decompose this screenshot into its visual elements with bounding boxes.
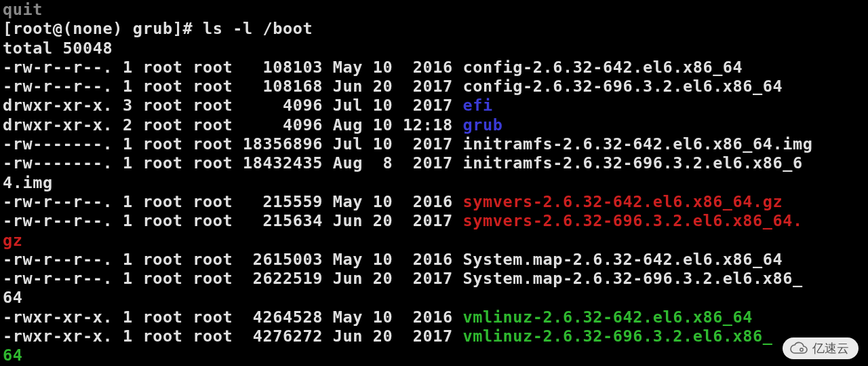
total-line: total 50048 [3, 39, 868, 58]
listing-row: drwxr-xr-x. 3 root root 4096 Jul 10 2017… [3, 96, 868, 115]
watermark-badge: 亿速云 [783, 337, 859, 359]
file-metadata: -rw-r--r--. 1 root root 2622519 Jun 20 2… [3, 269, 462, 288]
cloud-icon [789, 342, 808, 355]
file-name: vmlinuz-2.6.32-696.3.2.el6.x86_ [462, 327, 772, 346]
file-metadata: -rwxr-xr-x. 1 root root 4264528 May 10 2… [3, 308, 462, 327]
terminal-output[interactable]: quit[root@(none) grub]# ls -l /boottotal… [0, 0, 868, 366]
file-name: System.map-2.6.32-642.el6.x86_64 [462, 250, 783, 269]
file-metadata: -rwxr-xr-x. 1 root root 4276272 Jun 20 2… [3, 327, 462, 346]
file-name: config-2.6.32-696.3.2.el6.x86_64 [462, 77, 783, 96]
file-name: symvers-2.6.32-642.el6.x86_64.gz [462, 192, 783, 211]
file-metadata: -rw-------. 1 root root 18356896 Jul 10 … [3, 134, 462, 153]
shell-prompt: [root@(none) grub]# [3, 19, 203, 38]
listing-row: -rw-r--r--. 1 root root 215634 Jun 20 20… [3, 211, 868, 230]
file-metadata: drwxr-xr-x. 2 root root 4096 Aug 10 12:1… [3, 115, 462, 134]
listing-row: -rw-------. 1 root root 18356896 Jul 10 … [3, 134, 868, 153]
listing-row: -rw-r--r--. 1 root root 108103 May 10 20… [3, 58, 868, 77]
listing-row-wrap: gz [3, 231, 868, 250]
file-name-continued: 64 [3, 288, 23, 307]
file-metadata: -rw-r--r--. 1 root root 108103 May 10 20… [3, 58, 462, 77]
listing-row-wrap: 64 [3, 288, 868, 307]
file-metadata: drwxr-xr-x. 3 root root 4096 Jul 10 2017 [3, 96, 462, 115]
file-name: config-2.6.32-642.el6.x86_64 [462, 58, 743, 77]
listing-row: -rw-r--r--. 1 root root 2615003 May 10 2… [3, 250, 868, 269]
file-name-continued: 64 [3, 346, 23, 365]
listing-row: -rw-r--r--. 1 root root 2622519 Jun 20 2… [3, 269, 868, 288]
listing-row: -rwxr-xr-x. 1 root root 4264528 May 10 2… [3, 308, 868, 327]
listing-row: -rw-r--r--. 1 root root 215559 May 10 20… [3, 192, 868, 211]
watermark-text: 亿速云 [812, 340, 849, 356]
file-metadata: -rw-------. 1 root root 18432435 Aug 8 2… [3, 153, 462, 172]
file-metadata: -rw-r--r--. 1 root root 215634 Jun 20 20… [3, 211, 462, 230]
file-name: System.map-2.6.32-696.3.2.el6.x86_ [462, 269, 802, 288]
listing-row: -rwxr-xr-x. 1 root root 4276272 Jun 20 2… [3, 327, 868, 346]
file-metadata: -rw-r--r--. 1 root root 2615003 May 10 2… [3, 250, 462, 269]
file-name: initramfs-2.6.32-696.3.2.el6.x86_6 [462, 153, 802, 172]
listing-row: -rw-------. 1 root root 18432435 Aug 8 2… [3, 153, 868, 172]
listing-row: -rw-r--r--. 1 root root 108168 Jun 20 20… [3, 77, 868, 96]
previous-command-faded: quit [3, 0, 868, 19]
listing-row-wrap: 4.img [3, 173, 868, 192]
file-name: symvers-2.6.32-696.3.2.el6.x86_64. [462, 211, 802, 230]
command-input[interactable]: ls -l /boot [203, 19, 313, 38]
file-name: initramfs-2.6.32-642.el6.x86_64.img [462, 134, 812, 153]
prompt-line[interactable]: [root@(none) grub]# ls -l /boot [3, 19, 868, 38]
svg-point-0 [800, 348, 803, 351]
file-name: vmlinuz-2.6.32-642.el6.x86_64 [462, 308, 753, 327]
file-name-continued: 4.img [3, 173, 53, 192]
file-name: efi [462, 96, 492, 115]
file-name-continued: gz [3, 231, 23, 250]
listing-row: drwxr-xr-x. 2 root root 4096 Aug 10 12:1… [3, 115, 868, 134]
listing-row-wrap: 64 [3, 346, 868, 365]
file-name: grub [462, 115, 502, 134]
file-metadata: -rw-r--r--. 1 root root 108168 Jun 20 20… [3, 77, 462, 96]
file-metadata: -rw-r--r--. 1 root root 215559 May 10 20… [3, 192, 462, 211]
